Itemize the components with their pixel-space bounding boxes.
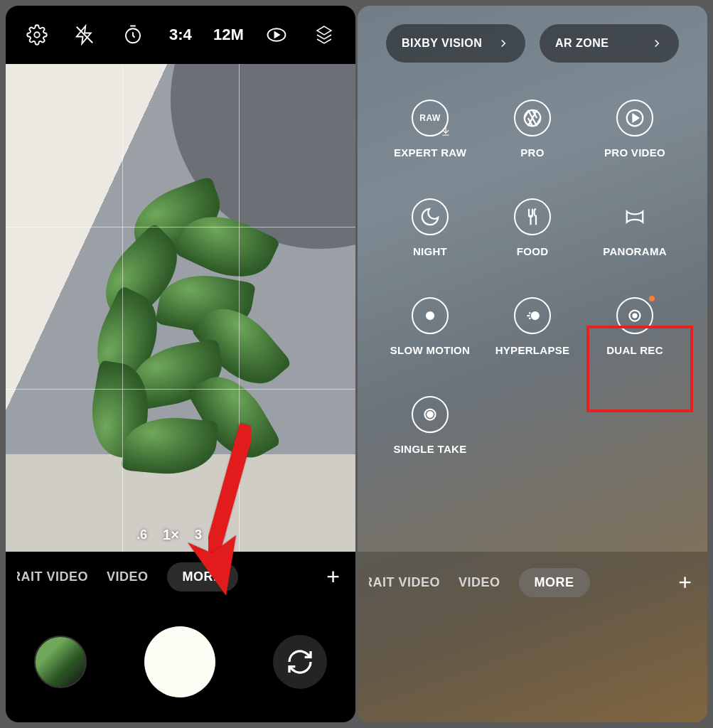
- flash-off-icon[interactable]: [66, 16, 103, 53]
- mode-label: SINGLE TAKE: [393, 443, 466, 455]
- mode-food[interactable]: FOOD: [481, 198, 584, 257]
- mode-label: FOOD: [517, 245, 549, 257]
- mode-more[interactable]: MORE: [167, 562, 238, 592]
- mode-portrait-video[interactable]: PORTRAIT VIDEO: [17, 569, 88, 584]
- mode-hyperlapse[interactable]: HYPERLAPSE: [481, 297, 584, 356]
- mode-bar[interactable]: PORTRAIT VIDEO VIDEO MORE +: [358, 557, 707, 607]
- scene-preview: [6, 64, 355, 552]
- food-icon: [514, 198, 551, 235]
- moon-icon: [412, 198, 449, 235]
- mode-slow-motion[interactable]: SLOW MOTION: [379, 297, 481, 356]
- resolution-label[interactable]: 12M: [210, 16, 247, 53]
- mode-pro[interactable]: PRO: [481, 100, 584, 159]
- mode-label: DUAL REC: [606, 344, 663, 356]
- svg-point-12: [633, 314, 637, 318]
- svg-marker-8: [633, 114, 639, 122]
- gallery-thumbnail[interactable]: [34, 636, 87, 688]
- mode-video[interactable]: VIDEO: [459, 575, 500, 590]
- zoom-5[interactable]: 5: [218, 528, 225, 542]
- add-mode-button[interactable]: +: [678, 569, 692, 596]
- filters-icon[interactable]: [306, 16, 343, 53]
- camera-main-screen: 3:4 12M: [6, 6, 355, 722]
- hyperlapse-icon: [514, 297, 551, 334]
- mode-panorama[interactable]: PANORAMA: [584, 198, 686, 257]
- aperture-icon: [514, 100, 551, 136]
- svg-point-9: [427, 312, 434, 319]
- mode-night[interactable]: NIGHT: [379, 198, 481, 257]
- mode-bar[interactable]: PORTRAIT VIDEO VIDEO MORE +: [6, 552, 355, 601]
- mode-pro-video[interactable]: PRO VIDEO: [584, 100, 686, 159]
- more-modes-grid: RAW EXPERT RAW PRO PRO VIDEO NIGHT FOOD …: [358, 70, 707, 469]
- mode-label: HYPERLAPSE: [495, 344, 570, 356]
- shutter-button[interactable]: [144, 626, 215, 697]
- mode-label: SLOW MOTION: [390, 344, 470, 356]
- viewfinder[interactable]: .6 1× 3 5: [6, 64, 355, 552]
- mode-video[interactable]: VIDEO: [107, 569, 149, 584]
- camera-top-bar: 3:4 12M: [6, 6, 355, 64]
- bixby-vision-button[interactable]: BIXBY VISION: [386, 24, 525, 63]
- zoom-1x[interactable]: 1×: [163, 527, 179, 543]
- shutter-row: [6, 601, 355, 722]
- ar-zone-label: AR ZONE: [555, 37, 609, 50]
- zoom-controls[interactable]: .6 1× 3 5: [136, 527, 225, 543]
- svg-point-0: [34, 32, 40, 38]
- svg-point-10: [532, 312, 539, 319]
- mode-expert-raw[interactable]: RAW EXPERT RAW: [379, 100, 481, 159]
- mode-more[interactable]: MORE: [519, 568, 590, 597]
- svg-point-14: [427, 412, 433, 417]
- timer-icon[interactable]: [114, 16, 151, 53]
- more-screen-bottom: PORTRAIT VIDEO VIDEO MORE +: [358, 552, 707, 722]
- mode-label: PRO VIDEO: [604, 146, 665, 159]
- mode-dual-rec[interactable]: DUAL REC: [584, 297, 686, 356]
- pro-video-icon: [616, 100, 653, 136]
- bixby-vision-label: BIXBY VISION: [402, 37, 482, 50]
- chevron-right-icon: [650, 37, 663, 50]
- mode-label: EXPERT RAW: [394, 146, 466, 159]
- single-take-icon: [412, 396, 449, 433]
- mode-portrait-video[interactable]: PORTRAIT VIDEO: [369, 575, 440, 590]
- mode-single-take[interactable]: SINGLE TAKE: [379, 396, 481, 455]
- camera-more-screen: BIXBY VISION AR ZONE RAW EXPERT RAW PRO …: [358, 6, 707, 722]
- settings-icon[interactable]: [18, 16, 55, 53]
- slow-motion-icon: [412, 297, 449, 334]
- zoom-3[interactable]: 3: [195, 528, 202, 542]
- top-chips: BIXBY VISION AR ZONE: [358, 6, 707, 70]
- zoom-0_6[interactable]: .6: [136, 528, 147, 542]
- new-badge-icon: [649, 296, 655, 301]
- ar-zone-button[interactable]: AR ZONE: [540, 24, 679, 63]
- expert-raw-icon: RAW: [412, 100, 449, 136]
- mode-label: PRO: [520, 146, 544, 159]
- switch-camera-button[interactable]: [273, 635, 327, 689]
- motion-photo-icon[interactable]: [258, 16, 295, 53]
- aspect-ratio-label[interactable]: 3:4: [162, 16, 199, 53]
- svg-marker-4: [274, 32, 279, 38]
- mode-label: PANORAMA: [603, 245, 667, 257]
- chevron-right-icon: [497, 37, 510, 50]
- mode-label: NIGHT: [413, 245, 447, 257]
- dual-rec-icon: [616, 297, 653, 334]
- panorama-icon: [616, 198, 653, 235]
- add-mode-button[interactable]: +: [326, 564, 340, 590]
